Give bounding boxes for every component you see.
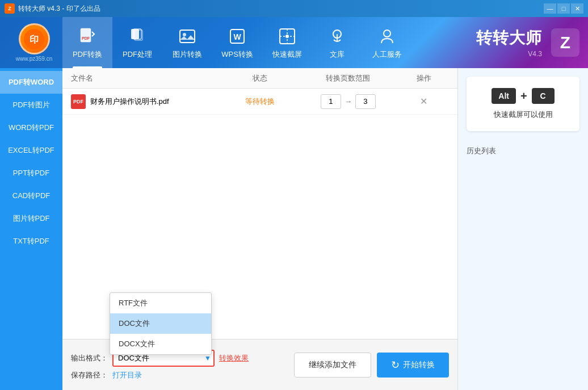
col-header-status: 状态	[222, 73, 297, 83]
table-row: PDF 财务用户操作说明书.pdf 等待转换 → ✕	[62, 89, 457, 115]
app-logo-small: Z	[5, 3, 15, 14]
nav-label-library: 文库	[330, 49, 345, 60]
svg-rect-8	[180, 30, 195, 43]
add-files-button[interactable]: 继续添加文件	[294, 353, 371, 378]
minimize-button[interactable]: —	[544, 3, 556, 14]
start-convert-button[interactable]: ↻ 开始转换	[377, 353, 449, 378]
sidebar-item-pdf-to-word[interactable]: PDF转WORD	[0, 71, 62, 94]
content-area: 文件名 状态 转换页数范围 操作 PDF 财务用户操作说明书.pdf 等待转换 …	[62, 68, 457, 390]
titlebar: Z 转转大师 v4.3 - 印了么出品 — □ ✕	[0, 0, 588, 17]
file-name: 财务用户操作说明书.pdf	[90, 97, 169, 107]
svg-text:印: 印	[30, 35, 39, 44]
table-header: 文件名 状态 转换页数范围 操作	[62, 68, 457, 89]
right-panel: Alt + C 快速截屏可以使用 历史列表	[457, 68, 588, 390]
shortcut-key-c: C	[532, 88, 555, 104]
delete-file-button[interactable]: ✕	[420, 96, 427, 107]
format-dropdown: RTF文件 DOC文件 DOCX文件	[110, 292, 212, 355]
svg-point-9	[183, 33, 186, 36]
app-title: 转转大师 v4.3 - 印了么出品	[18, 4, 100, 14]
file-status: 等待转换	[222, 97, 297, 107]
nav-items: PDF PDF转换 PDF处理 图片转换 W WPS转换	[62, 17, 412, 68]
convert-btn-label: 开始转换	[403, 360, 435, 370]
close-button[interactable]: ✕	[571, 3, 583, 14]
convert-effect-button[interactable]: 转换效果	[219, 353, 249, 363]
history-title: 历史列表	[467, 146, 496, 155]
path-row: 保存路径： 打开目录	[71, 370, 249, 380]
nav-label-screenshot: 快速截屏	[272, 49, 302, 60]
bottom-buttons: 继续添加文件 ↻ 开始转换	[294, 353, 449, 378]
shortcut-box: Alt + C 快速截屏可以使用	[467, 77, 579, 131]
open-dir-button[interactable]: 打开目录	[112, 370, 142, 380]
bottom-bar: 输出格式： RTF文件 DOC文件 DOCX文件 ▼ 转换效果 保存路径： 打开…	[62, 339, 457, 390]
logo-circle: 印	[19, 23, 50, 54]
nav-item-wps-convert[interactable]: W WPS转换	[212, 17, 262, 68]
wps-convert-icon: W	[227, 26, 247, 47]
format-label: 输出格式：	[71, 353, 108, 363]
brand-name: 转转大师	[476, 27, 542, 49]
brand-version: V4.3	[476, 50, 542, 58]
col-header-action: 操作	[398, 73, 449, 83]
nav-label-pdf-convert: PDF转换	[73, 49, 102, 60]
app-logo: 印 www.pz359.cn	[6, 23, 62, 62]
page-to-input[interactable]	[355, 94, 376, 109]
shortcut-plus: +	[520, 90, 527, 103]
col-header-pages: 转换页数范围	[298, 73, 399, 83]
sidebar-item-excel-to-pdf[interactable]: EXCEL转PDF	[0, 139, 62, 162]
svg-text:PDF: PDF	[82, 36, 90, 40]
arrow-separator: →	[345, 97, 352, 106]
logo-site-text: www.pz359.cn	[16, 56, 52, 62]
nav-item-image-convert[interactable]: 图片转换	[162, 17, 212, 68]
titlebar-left: Z 转转大师 v4.3 - 印了么出品	[5, 3, 100, 14]
brand-z-icon: Z	[551, 28, 579, 57]
file-name-cell: PDF 财务用户操作说明书.pdf	[71, 94, 222, 109]
header-nav: 印 www.pz359.cn PDF PDF转换 PDF处理 图片转换	[0, 17, 588, 68]
history-section: 历史列表	[458, 140, 588, 162]
nav-item-screenshot[interactable]: 快速截屏	[262, 17, 312, 68]
pdf-process-icon	[127, 26, 148, 47]
shortcut-key-alt: Alt	[492, 88, 516, 104]
pdf-file-icon: PDF	[71, 94, 86, 109]
nav-label-human-service: 人工服务	[372, 49, 402, 60]
page-from-input[interactable]	[321, 94, 341, 109]
sidebar: PDF转WORD PDF转图片 WORD转PDF EXCEL转PDF PPT转P…	[0, 68, 62, 390]
svg-text:W: W	[233, 32, 241, 41]
dropdown-item-doc[interactable]: DOC文件	[110, 313, 211, 334]
sidebar-item-word-to-pdf[interactable]: WORD转PDF	[0, 116, 62, 139]
path-label: 保存路径：	[71, 370, 108, 380]
shortcut-description: 快速截屏可以使用	[475, 110, 571, 120]
col-header-filename: 文件名	[71, 73, 222, 83]
sidebar-item-pdf-to-image[interactable]: PDF转图片	[0, 94, 62, 116]
sidebar-item-image-to-pdf[interactable]: 图片转PDF	[0, 207, 62, 230]
pdf-convert-icon: PDF	[77, 26, 98, 47]
brand-area: 转转大师 V4.3 Z	[463, 17, 588, 68]
nav-label-wps-convert: WPS转换	[221, 49, 253, 60]
window-controls: — □ ✕	[544, 3, 583, 14]
sidebar-item-cad-to-pdf[interactable]: CAD转PDF	[0, 184, 62, 207]
svg-point-15	[285, 35, 289, 38]
nav-label-pdf-process: PDF处理	[123, 49, 152, 60]
nav-item-human-service[interactable]: 人工服务	[362, 17, 412, 68]
nav-item-pdf-convert[interactable]: PDF PDF转换	[62, 17, 112, 68]
dropdown-item-rtf[interactable]: RTF文件	[110, 293, 211, 313]
convert-btn-icon: ↻	[391, 359, 400, 371]
screenshot-icon	[277, 26, 297, 47]
nav-item-pdf-process[interactable]: PDF处理	[112, 17, 162, 68]
human-service-icon	[377, 26, 397, 47]
file-action-cell: ✕	[398, 96, 449, 107]
sidebar-item-ppt-to-pdf[interactable]: PPT转PDF	[0, 162, 62, 184]
image-convert-icon	[177, 26, 198, 47]
sidebar-item-txt-to-pdf[interactable]: TXT转PDF	[0, 230, 62, 253]
nav-item-library[interactable]: 文库	[312, 17, 362, 68]
shortcut-keys: Alt + C	[475, 88, 571, 104]
dropdown-item-docx[interactable]: DOCX文件	[110, 334, 211, 354]
nav-label-image-convert: 图片转换	[173, 49, 202, 60]
library-icon	[327, 26, 347, 47]
file-pages-cell: →	[298, 94, 399, 109]
maximize-button[interactable]: □	[557, 3, 570, 14]
svg-point-18	[384, 30, 390, 37]
main-layout: PDF转WORD PDF转图片 WORD转PDF EXCEL转PDF PPT转P…	[0, 68, 588, 390]
